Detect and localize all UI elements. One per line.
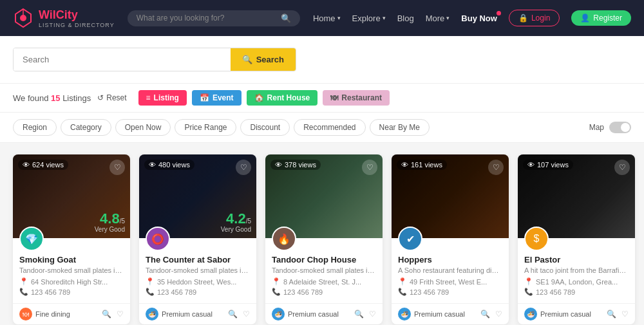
favorite-button[interactable]: ♡ [109, 160, 125, 175]
card-footer: 🍜 Premium casual 🔍 ♡ [265, 303, 383, 324]
card-image: 👁 480 views ♡ 4.2/5 Very Good [139, 154, 256, 238]
listing-icon: ≡ [146, 93, 151, 102]
rating-label: Very Good [95, 226, 125, 233]
login-button[interactable]: 🔒 Login [509, 10, 560, 26]
filter-tags: ≡ Listing 📅 Event 🏠 Rent House 🍽 Restaur… [138, 90, 390, 106]
views-count: 107 views [537, 161, 569, 169]
card-title: The Counter at Sabor [146, 255, 250, 265]
tag-renthouse[interactable]: 🏠 Rent House [247, 90, 318, 106]
card-footer: 🍜 Premium casual 🔍 ♡ [139, 303, 256, 324]
card-description: Tandoor-smoked small plates in ... [146, 266, 250, 274]
card-category: 🍜 Premium casual [146, 308, 213, 320]
cards-section: 👁 624 views ♡ 4.8/5 Very Good 💎 Smoking … [0, 143, 644, 325]
pill-region[interactable]: Region [13, 119, 57, 136]
address-text: 8 Adelaide Street, St. J... [283, 278, 361, 286]
pill-open-now[interactable]: Open Now [115, 119, 171, 136]
results-count: 15 [51, 93, 60, 103]
category-icon: 🍽 [19, 308, 32, 320]
phone-icon: 📞 [398, 288, 407, 296]
card-avatar: 🔥 [272, 227, 296, 251]
tag-restaurant[interactable]: 🍽 Restaurant [323, 90, 390, 106]
header-search-input[interactable] [137, 14, 276, 23]
listing-card: 👁 378 views ♡ 🔥 Tandoor Chop House Tando… [265, 154, 383, 324]
search-action-icon[interactable]: 🔍 [354, 310, 364, 319]
card-address: 📍 SE1 9AA, London, Grea... [524, 277, 629, 286]
card-category: 🍽 Fine dining [19, 308, 70, 320]
heart-action-icon[interactable]: ♡ [117, 310, 124, 319]
card-avatar: 💎 [19, 227, 44, 251]
chevron-down-icon: ▾ [337, 15, 341, 21]
card-actions: 🔍 ♡ [228, 310, 250, 319]
location-icon: 📍 [146, 277, 155, 286]
map-toggle: Map [589, 122, 631, 133]
search-action-icon[interactable]: 🔍 [607, 310, 616, 319]
tag-event[interactable]: 📅 Event [192, 90, 242, 106]
location-icon: 📍 [524, 277, 533, 286]
search-action-icon[interactable]: 🔍 [480, 310, 490, 319]
pill-price-range[interactable]: Price Range [175, 119, 236, 136]
card-footer: 🍽 Fine dining 🔍 ♡ [13, 303, 130, 324]
pill-near-by-me[interactable]: Near By Me [370, 119, 430, 136]
card-description: A hit taco joint from the Barrafin... [524, 266, 629, 274]
listing-card: 👁 480 views ♡ 4.2/5 Very Good ⭕ The Coun… [139, 154, 256, 324]
favorite-button[interactable]: ♡ [236, 160, 251, 175]
card-title: Hoppers [398, 255, 502, 265]
pill-recommended[interactable]: Recommended [294, 119, 365, 136]
search-button[interactable]: 🔍 Search [231, 48, 296, 71]
search-input[interactable] [14, 48, 231, 71]
card-views: 👁 378 views [270, 160, 321, 170]
nav-buynow[interactable]: Buy Now [461, 14, 497, 23]
eye-icon: 👁 [527, 161, 535, 169]
listing-card: 👁 107 views ♡ $ El Pastor A hit taco joi… [518, 154, 635, 324]
card-avatar: ⭕ [146, 227, 170, 251]
nav-explore[interactable]: Explore ▾ [352, 14, 386, 23]
location-icon: 📍 [398, 277, 407, 286]
logo: WilCity Listing & Directory [13, 8, 115, 28]
heart-action-icon[interactable]: ♡ [495, 310, 502, 319]
pill-category[interactable]: Category [61, 119, 111, 136]
phone-number: 123 456 789 [283, 288, 323, 296]
favorite-button[interactable]: ♡ [614, 160, 630, 175]
lock-icon: 🔒 [518, 14, 528, 23]
search-box[interactable]: 🔍 Search [13, 48, 296, 71]
reset-link[interactable]: ↺ Reset [97, 93, 126, 102]
card-category: 🍜 Premium casual [272, 308, 339, 320]
tag-listing[interactable]: ≡ Listing [138, 90, 187, 106]
pill-discount[interactable]: Discount [240, 119, 290, 136]
card-body: ⭕ The Counter at Sabor Tandoor-smoked sm… [139, 238, 256, 303]
refresh-icon: ↺ [97, 93, 104, 102]
results-text: We found 15 Listings [13, 93, 91, 103]
svg-point-1 [20, 15, 26, 21]
phone-icon: 📞 [272, 288, 281, 296]
register-button[interactable]: 👤 Register [571, 10, 631, 26]
heart-action-icon[interactable]: ♡ [243, 310, 250, 319]
heart-action-icon[interactable]: ♡ [621, 310, 629, 319]
main-nav: Home ▾ Explore ▾ Blog More ▾ Buy Now 🔒 L… [313, 10, 631, 26]
eye-icon: 👁 [23, 161, 30, 169]
phone-icon: 📞 [524, 288, 533, 296]
favorite-button[interactable]: ♡ [488, 160, 504, 175]
card-actions: 🔍 ♡ [102, 310, 124, 319]
search-action-icon[interactable]: 🔍 [228, 310, 238, 319]
views-count: 161 views [411, 161, 442, 169]
nav-more[interactable]: More ▾ [426, 14, 450, 23]
card-address: 📍 49 Frith Street, West E... [398, 277, 502, 286]
category-label: Premium casual [162, 310, 213, 318]
card-footer: 🍜 Premium casual 🔍 ♡ [518, 303, 635, 324]
category-label: Premium casual [414, 310, 465, 318]
card-image: 👁 624 views ♡ 4.8/5 Very Good [13, 154, 130, 238]
views-count: 624 views [32, 161, 64, 169]
heart-action-icon[interactable]: ♡ [369, 310, 376, 319]
header-search[interactable]: 🔍 [128, 10, 300, 26]
card-address: 📍 8 Adelaide Street, St. J... [272, 277, 376, 286]
filter-bar: We found 15 Listings ↺ Reset ≡ Listing 📅… [0, 84, 644, 113]
map-toggle-switch[interactable] [609, 122, 631, 133]
card-description: A Soho restaurant featuring dish... [398, 266, 502, 274]
card-phone: 📞 123 456 789 [272, 288, 376, 296]
nav-home[interactable]: Home ▾ [313, 14, 341, 23]
nav-blog[interactable]: Blog [397, 14, 414, 23]
phone-number: 123 456 789 [157, 288, 196, 296]
rating-label: Very Good [221, 226, 251, 233]
search-action-icon[interactable]: 🔍 [102, 310, 111, 319]
favorite-button[interactable]: ♡ [362, 160, 377, 175]
